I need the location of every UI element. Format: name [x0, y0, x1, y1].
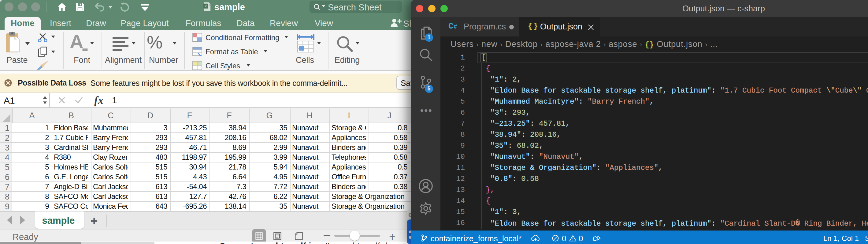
svg-text:a: a [209, 3, 211, 7]
svg-text:x: x [205, 4, 207, 8]
